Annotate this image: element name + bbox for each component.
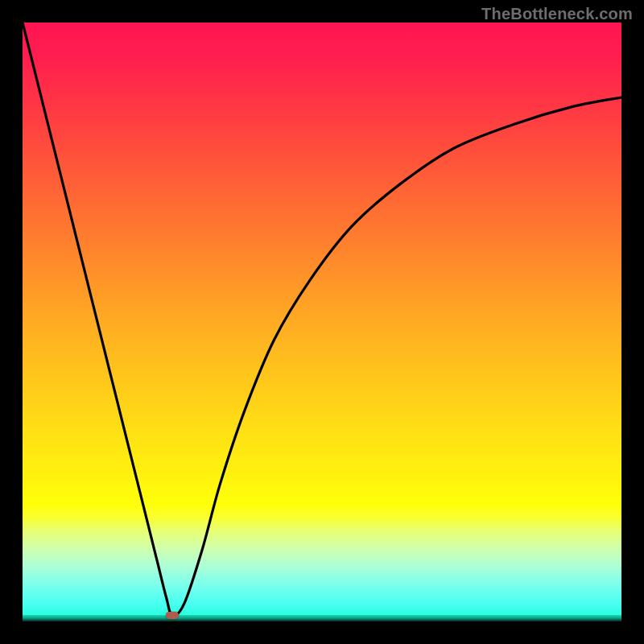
min-marker-icon (166, 612, 179, 619)
watermark-text: TheBottleneck.com (481, 5, 633, 23)
chart-frame (23, 23, 621, 621)
chart-curve (23, 23, 621, 621)
